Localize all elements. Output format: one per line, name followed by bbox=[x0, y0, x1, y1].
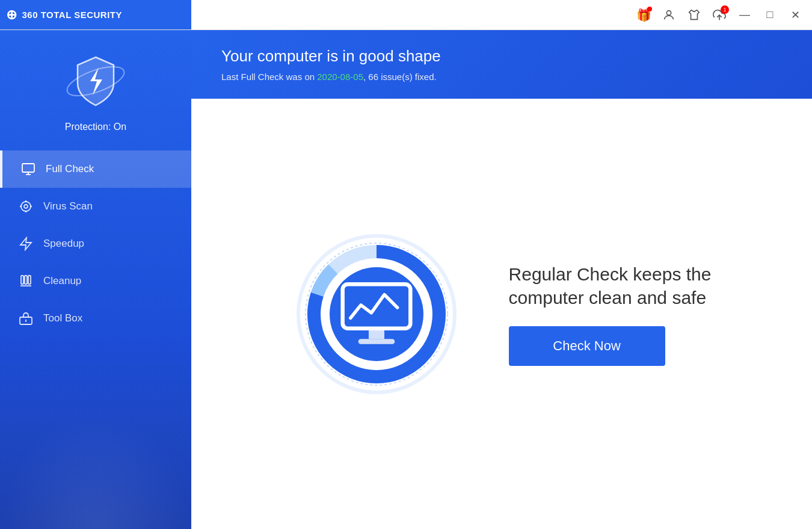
check-headline: Regular Check keeps the computer clean a… bbox=[509, 262, 712, 309]
maximize-icon: □ bbox=[767, 8, 774, 21]
sidebar-item-full-check[interactable]: Full Check bbox=[0, 150, 191, 188]
content-area: Your computer is in good shape Last Full… bbox=[191, 30, 812, 529]
gift-badge bbox=[647, 7, 652, 11]
tshirt-button[interactable] bbox=[683, 4, 705, 26]
svg-point-11 bbox=[24, 205, 28, 208]
sidebar-item-full-check-label: Full Check bbox=[46, 163, 94, 175]
sidebar-item-speedup[interactable]: Speedup bbox=[0, 225, 191, 262]
shield-icon bbox=[63, 48, 129, 114]
maximize-button[interactable]: □ bbox=[759, 4, 781, 26]
profile-icon bbox=[662, 8, 675, 22]
svg-rect-3 bbox=[22, 164, 34, 172]
headline-line1: Regular Check keeps the bbox=[509, 264, 712, 284]
app-title: 360 TOTAL SECURITY bbox=[22, 10, 123, 20]
sidebar-item-tool-box[interactable]: Tool Box bbox=[0, 300, 191, 337]
svg-rect-12 bbox=[21, 276, 23, 284]
svg-point-0 bbox=[666, 10, 671, 14]
title-bar: ⊕ 360 TOTAL SECURITY 🎁 bbox=[0, 0, 812, 30]
sidebar: Protection: On Full Check bbox=[0, 30, 191, 529]
shield-icon-wrap bbox=[63, 48, 129, 114]
upload-badge-count: 1 bbox=[721, 5, 729, 14]
sidebar-item-tool-box-label: Tool Box bbox=[43, 312, 82, 324]
svg-rect-14 bbox=[28, 276, 31, 284]
donut-center-icon bbox=[337, 275, 416, 353]
speedup-icon bbox=[18, 236, 34, 252]
upload-button[interactable]: 1 bbox=[709, 4, 730, 26]
svg-rect-26 bbox=[369, 328, 384, 338]
svg-rect-13 bbox=[25, 276, 27, 284]
check-info: Regular Check keeps the computer clean a… bbox=[509, 262, 712, 366]
main-layout: Protection: On Full Check bbox=[0, 30, 812, 529]
cleanup-icon bbox=[18, 273, 34, 289]
minimize-button[interactable]: — bbox=[734, 4, 755, 26]
center-content: Regular Check keeps the computer clean a… bbox=[191, 99, 812, 529]
svg-rect-27 bbox=[358, 339, 395, 344]
donut-chart bbox=[292, 230, 461, 398]
tshirt-icon bbox=[687, 8, 701, 22]
sidebar-hero: Protection: On bbox=[0, 30, 191, 147]
top-banner: Your computer is in good shape Last Full… bbox=[191, 30, 812, 99]
close-button[interactable]: ✕ bbox=[784, 4, 806, 26]
logo-symbol: ⊕ bbox=[6, 7, 17, 23]
virus-scan-icon bbox=[18, 199, 34, 214]
headline-line2: computer clean and safe bbox=[509, 288, 707, 308]
protection-status: Protection: On bbox=[65, 122, 126, 132]
close-icon: ✕ bbox=[791, 8, 800, 22]
check-now-button[interactable]: Check Now bbox=[509, 326, 665, 366]
sidebar-item-cleanup-label: Cleanup bbox=[43, 275, 81, 287]
banner-title: Your computer is in good shape bbox=[221, 47, 782, 66]
title-bar-left: ⊕ 360 TOTAL SECURITY bbox=[0, 0, 191, 29]
sidebar-item-virus-scan[interactable]: Virus Scan bbox=[0, 188, 191, 225]
title-bar-right: 🎁 1 — bbox=[191, 4, 812, 26]
banner-pre-text: Last Full Check was on bbox=[221, 72, 317, 82]
profile-button[interactable] bbox=[658, 4, 680, 26]
full-check-icon bbox=[20, 161, 36, 177]
gift-button[interactable]: 🎁 bbox=[633, 4, 654, 26]
toolbox-icon bbox=[18, 311, 34, 326]
banner-subtitle: Last Full Check was on 2020-08-05, 66 is… bbox=[221, 72, 782, 82]
svg-point-6 bbox=[21, 202, 31, 211]
banner-date: 2020-08-05 bbox=[317, 72, 363, 82]
minimize-icon: — bbox=[739, 8, 750, 21]
monitor-icon bbox=[337, 275, 416, 353]
sidebar-nav: Full Check Virus Scan bbox=[0, 150, 191, 337]
app-logo: ⊕ 360 TOTAL SECURITY bbox=[6, 7, 122, 23]
sidebar-item-speedup-label: Speedup bbox=[43, 238, 84, 250]
sidebar-item-virus-scan-label: Virus Scan bbox=[43, 200, 93, 212]
sidebar-item-cleanup[interactable]: Cleanup bbox=[0, 262, 191, 300]
banner-post-text: , 66 issue(s) fixed. bbox=[363, 72, 437, 82]
